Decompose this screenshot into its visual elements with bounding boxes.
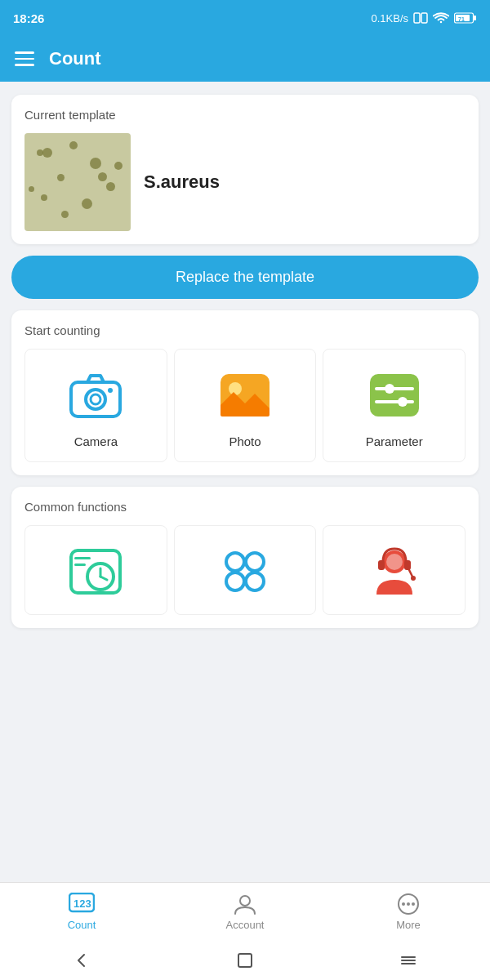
svg-rect-21 <box>74 557 91 559</box>
support-icon <box>365 542 424 601</box>
svg-text:123: 123 <box>74 898 91 910</box>
svg-point-35 <box>240 896 250 906</box>
sim-icon <box>413 12 428 24</box>
parameter-item[interactable]: Parameter <box>323 349 466 462</box>
svg-point-38 <box>407 902 410 906</box>
android-nav-bar <box>0 941 490 980</box>
svg-point-37 <box>402 902 405 906</box>
page-title: Count <box>49 48 101 69</box>
svg-point-32 <box>411 576 416 581</box>
camera-label: Camera <box>74 434 118 448</box>
history-item[interactable] <box>24 525 167 615</box>
svg-line-31 <box>409 570 412 577</box>
history-icon <box>66 542 125 601</box>
start-counting-card: Start counting Camera <box>11 310 479 475</box>
svg-rect-6 <box>71 382 120 416</box>
parameter-icon <box>365 366 424 425</box>
bottom-nav: 123 Count Account More <box>0 882 490 941</box>
svg-rect-40 <box>238 954 252 967</box>
home-button[interactable] <box>236 951 254 969</box>
svg-point-15 <box>385 384 394 394</box>
svg-point-9 <box>108 388 113 393</box>
wifi-icon <box>433 12 449 24</box>
main-content: Current template <box>0 82 490 895</box>
common-functions-title: Common functions <box>24 500 466 514</box>
svg-rect-1 <box>421 13 427 23</box>
support-item[interactable] <box>323 525 466 615</box>
svg-rect-29 <box>378 560 385 570</box>
svg-rect-30 <box>404 560 411 570</box>
svg-point-39 <box>412 902 415 906</box>
functions-grid <box>24 525 466 615</box>
template-content: S.aureus <box>24 133 466 231</box>
template-image <box>24 133 131 231</box>
nav-count[interactable]: 123 Count <box>0 883 163 941</box>
svg-point-25 <box>226 572 244 590</box>
parameter-label: Parameter <box>366 434 423 448</box>
status-icons: 0.1KB/s 71 <box>371 12 477 24</box>
svg-point-26 <box>246 572 264 590</box>
more-nav-icon <box>397 893 420 915</box>
svg-point-8 <box>91 394 100 404</box>
counting-grid: Camera Photo <box>24 349 466 462</box>
template-name: S.aureus <box>144 172 220 193</box>
template-img-bg <box>24 133 131 231</box>
account-nav-label: Account <box>226 919 265 931</box>
apps-icon <box>216 542 274 601</box>
svg-point-24 <box>246 553 264 571</box>
camera-icon <box>66 366 125 425</box>
svg-rect-22 <box>74 564 86 566</box>
recents-button[interactable] <box>399 951 417 969</box>
svg-rect-3 <box>474 16 476 20</box>
count-nav-icon: 123 <box>69 893 95 915</box>
nav-more[interactable]: More <box>327 883 490 941</box>
photo-label: Photo <box>229 434 261 448</box>
photo-icon <box>216 366 274 425</box>
status-bar: 18:26 0.1KB/s 71 <box>0 0 490 36</box>
speed-indicator: 0.1KB/s <box>371 12 408 24</box>
apps-item[interactable] <box>174 525 317 615</box>
count-nav-label: Count <box>68 919 96 931</box>
svg-rect-12 <box>370 374 419 416</box>
svg-point-11 <box>229 382 242 395</box>
svg-point-16 <box>398 397 408 407</box>
account-nav-icon <box>234 893 256 915</box>
nav-account[interactable]: Account <box>163 883 327 941</box>
svg-point-28 <box>386 554 403 570</box>
svg-point-7 <box>86 390 105 409</box>
svg-line-20 <box>100 577 107 580</box>
start-counting-title: Start counting <box>24 323 466 337</box>
template-card-title: Current template <box>24 108 466 122</box>
camera-item[interactable]: Camera <box>24 349 167 462</box>
photo-item[interactable]: Photo <box>174 349 317 462</box>
status-time: 18:26 <box>13 11 44 25</box>
svg-text:71: 71 <box>458 16 465 22</box>
more-nav-label: More <box>396 919 421 931</box>
template-card: Current template <box>11 95 479 244</box>
menu-button[interactable] <box>15 51 34 66</box>
svg-rect-0 <box>414 13 420 23</box>
battery-icon: 71 <box>454 12 477 24</box>
back-button[interactable] <box>73 951 91 969</box>
app-header: Count <box>0 36 490 82</box>
svg-point-23 <box>226 553 244 571</box>
common-functions-card: Common functions <box>11 487 479 628</box>
replace-template-button[interactable]: Replace the template <box>11 256 479 299</box>
